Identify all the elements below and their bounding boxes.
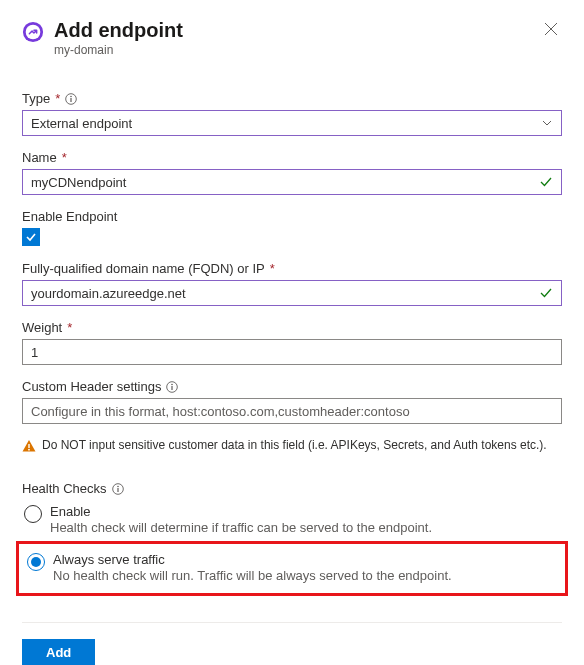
svg-point-6 <box>172 383 174 385</box>
type-label: Type* <box>22 91 562 106</box>
check-icon <box>539 175 553 189</box>
info-icon[interactable] <box>112 483 124 495</box>
weight-value: 1 <box>31 345 553 360</box>
warning-text: Do NOT input sensitive customer data in … <box>42 438 547 452</box>
svg-rect-4 <box>71 98 72 102</box>
fqdn-value: yourdomain.azureedge.net <box>31 286 553 301</box>
custom-header-placeholder: Configure in this format, host:contoso.c… <box>31 404 553 419</box>
warning-message: Do NOT input sensitive customer data in … <box>22 438 562 453</box>
endpoint-icon <box>22 21 44 43</box>
radio-enable[interactable] <box>24 505 42 523</box>
radio-enable-desc: Health check will determine if traffic c… <box>50 520 432 535</box>
svg-rect-8 <box>28 444 29 448</box>
svg-point-3 <box>70 95 72 97</box>
health-checks-label: Health Checks <box>22 481 562 496</box>
svg-rect-12 <box>117 488 118 492</box>
checkmark-icon <box>24 230 38 244</box>
add-endpoint-panel: Add endpoint my-domain Type* External en… <box>0 0 584 665</box>
warning-icon <box>22 439 36 453</box>
weight-input[interactable]: 1 <box>22 339 562 365</box>
svg-point-11 <box>117 485 119 487</box>
enable-checkbox[interactable] <box>22 228 40 246</box>
svg-rect-7 <box>172 386 173 390</box>
name-input[interactable]: myCDNendpoint <box>22 169 562 195</box>
close-button[interactable] <box>540 18 562 42</box>
fqdn-input[interactable]: yourdomain.azureedge.net <box>22 280 562 306</box>
radio-enable-label: Enable <box>50 504 432 519</box>
close-icon <box>544 22 558 36</box>
info-icon[interactable] <box>65 93 77 105</box>
radio-always-label: Always serve traffic <box>53 552 452 567</box>
panel-header: Add endpoint my-domain <box>22 18 562 57</box>
name-label: Name* <box>22 150 562 165</box>
panel-subtitle: my-domain <box>54 43 540 57</box>
type-value: External endpoint <box>31 116 132 131</box>
highlight-box: Always serve traffic No health check wil… <box>16 541 568 596</box>
custom-header-input[interactable]: Configure in this format, host:contoso.c… <box>22 398 562 424</box>
name-value: myCDNendpoint <box>31 175 553 190</box>
type-select[interactable]: External endpoint <box>22 110 562 136</box>
panel-title: Add endpoint <box>54 18 540 42</box>
info-icon[interactable] <box>166 381 178 393</box>
radio-always-desc: No health check will run. Traffic will b… <box>53 568 452 583</box>
add-button[interactable]: Add <box>22 639 95 665</box>
custom-header-label: Custom Header settings <box>22 379 562 394</box>
divider <box>22 622 562 623</box>
check-icon <box>539 286 553 300</box>
health-check-enable-row[interactable]: Enable Health check will determine if tr… <box>22 500 562 541</box>
chevron-down-icon <box>541 117 553 129</box>
enable-label: Enable Endpoint <box>22 209 562 224</box>
svg-point-9 <box>28 449 30 451</box>
weight-label: Weight* <box>22 320 562 335</box>
fqdn-label: Fully-qualified domain name (FQDN) or IP… <box>22 261 562 276</box>
health-check-always-row[interactable]: Always serve traffic No health check wil… <box>25 550 559 585</box>
radio-always[interactable] <box>27 553 45 571</box>
